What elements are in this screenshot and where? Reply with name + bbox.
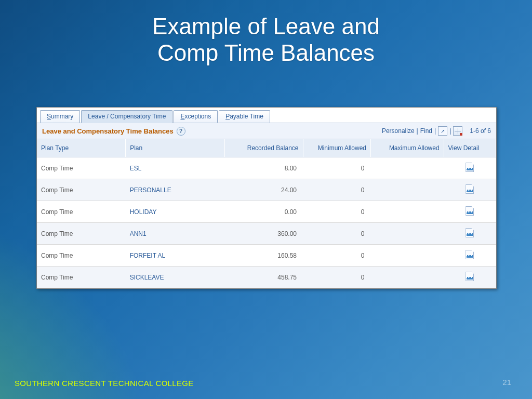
- title-line-2: Comp Time Balances: [157, 40, 375, 65]
- title-line-1: Example of Leave and: [152, 14, 380, 39]
- cell-recorded: 160.58: [224, 245, 303, 267]
- col-recorded[interactable]: Recorded Balance: [224, 139, 303, 157]
- cell-plan-link[interactable]: FORFEIT AL: [126, 245, 225, 267]
- help-icon[interactable]: ?: [177, 127, 185, 136]
- page-number: 21: [502, 378, 511, 387]
- col-min[interactable]: Minimum Allowed: [303, 139, 371, 157]
- col-plan-type[interactable]: Plan Type: [37, 139, 126, 157]
- tab-0[interactable]: Summary: [40, 110, 80, 123]
- table-row: Comp TimeESL8.000: [37, 157, 496, 179]
- cell-plan-link[interactable]: PERSONALLE: [126, 179, 225, 201]
- cell-plan-type: Comp Time: [37, 245, 126, 267]
- grid-toolbar: Leave and Compensatory Time Balances ? P…: [37, 123, 496, 139]
- cell-plan-link[interactable]: ANN1: [126, 223, 225, 245]
- view-detail-icon[interactable]: [466, 184, 474, 194]
- personalize-link[interactable]: Personalize: [382, 127, 415, 135]
- table-row: Comp TimeSICKLEAVE458.750: [37, 267, 496, 288]
- cell-plan-type: Comp Time: [37, 179, 126, 201]
- cell-max: [371, 157, 444, 179]
- cell-recorded: 8.00: [224, 157, 303, 179]
- cell-recorded: 458.75: [224, 267, 303, 288]
- cell-view-detail[interactable]: [444, 179, 496, 201]
- cell-plan-type: Comp Time: [37, 201, 126, 223]
- section-title: Leave and Compensatory Time Balances: [42, 127, 174, 135]
- cell-view-detail[interactable]: [444, 201, 496, 223]
- cell-view-detail[interactable]: [444, 157, 496, 179]
- col-view-detail[interactable]: View Detail: [444, 139, 496, 157]
- table-row: Comp TimeANN1360.000: [37, 223, 496, 245]
- table-row: Comp TimeFORFEIT AL160.580: [37, 245, 496, 267]
- view-detail-icon[interactable]: [466, 250, 474, 259]
- download-grid-icon[interactable]: [453, 126, 462, 136]
- col-max[interactable]: Maximum Allowed: [371, 139, 444, 157]
- cell-plan-type: Comp Time: [37, 157, 126, 179]
- cell-min: 0: [303, 201, 371, 223]
- footer-org: SOUTHERN CRESCENT TECHNICAL COLLEGE: [15, 379, 193, 388]
- app-panel: SummaryLeave / Compensatory TimeExceptio…: [36, 107, 497, 289]
- cell-min: 0: [303, 267, 371, 288]
- slide-title: Example of Leave and Comp Time Balances: [0, 14, 532, 66]
- cell-plan-type: Comp Time: [37, 267, 126, 288]
- table-row: Comp TimePERSONALLE24.000: [37, 179, 496, 201]
- tab-1[interactable]: Leave / Compensatory Time: [81, 110, 172, 123]
- cell-max: [371, 223, 444, 245]
- tab-bar: SummaryLeave / Compensatory TimeExceptio…: [37, 108, 496, 123]
- table-header-row: Plan Type Plan Recorded Balance Minimum …: [37, 139, 496, 157]
- cell-view-detail[interactable]: [444, 223, 496, 245]
- cell-plan-type: Comp Time: [37, 223, 126, 245]
- row-range: 1-6 of 6: [470, 127, 491, 135]
- table-row: Comp TimeHOLIDAY0.000: [37, 201, 496, 223]
- tab-2[interactable]: Exceptions: [174, 110, 218, 123]
- cell-plan-link[interactable]: HOLIDAY: [126, 201, 225, 223]
- zoom-icon[interactable]: [438, 126, 447, 136]
- cell-min: 0: [303, 223, 371, 245]
- separator: |: [417, 127, 418, 135]
- slide: Example of Leave and Comp Time Balances …: [0, 0, 532, 399]
- cell-min: 0: [303, 157, 371, 179]
- find-link[interactable]: Find: [420, 127, 432, 135]
- cell-plan-link[interactable]: ESL: [126, 157, 225, 179]
- cell-recorded: 0.00: [224, 201, 303, 223]
- cell-recorded: 24.00: [224, 179, 303, 201]
- tab-3[interactable]: Payable Time: [219, 110, 270, 123]
- cell-min: 0: [303, 245, 371, 267]
- grid-actions: Personalize | Find | | 1-6 of 6: [382, 126, 491, 136]
- balances-table: Plan Type Plan Recorded Balance Minimum …: [37, 139, 496, 288]
- cell-plan-link[interactable]: SICKLEAVE: [126, 267, 225, 288]
- view-detail-icon[interactable]: [466, 272, 474, 281]
- cell-max: [371, 267, 444, 288]
- cell-max: [371, 245, 444, 267]
- cell-view-detail[interactable]: [444, 267, 496, 288]
- col-plan[interactable]: Plan: [126, 139, 225, 157]
- separator: |: [449, 127, 451, 135]
- cell-min: 0: [303, 179, 371, 201]
- cell-recorded: 360.00: [224, 223, 303, 245]
- cell-max: [371, 201, 444, 223]
- view-detail-icon[interactable]: [466, 163, 474, 172]
- cell-max: [371, 179, 444, 201]
- view-detail-icon[interactable]: [466, 228, 474, 237]
- separator: |: [434, 127, 436, 135]
- section-title-wrap: Leave and Compensatory Time Balances ?: [42, 127, 185, 136]
- cell-view-detail[interactable]: [444, 245, 496, 267]
- view-detail-icon[interactable]: [466, 206, 474, 216]
